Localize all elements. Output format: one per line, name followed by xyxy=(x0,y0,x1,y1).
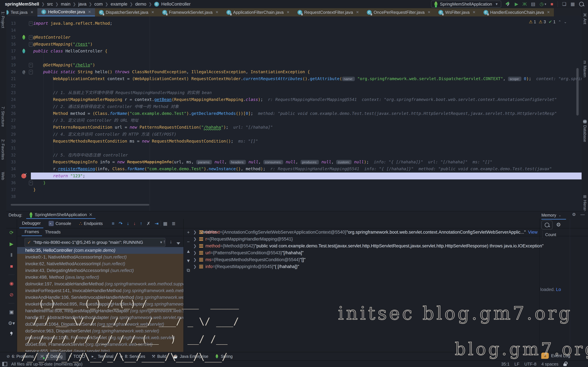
line-number[interactable]: 15 xyxy=(6,34,16,41)
gutter-icon-slot[interactable] xyxy=(20,48,27,55)
editor-tab[interactable]: CFrameworkServlet.java✕ xyxy=(158,8,223,17)
variable-row[interactable]: ❯method = {Method@5542} "public void com… xyxy=(193,242,545,249)
frame-row[interactable]: hello:35, HelloController (com.example.d… xyxy=(17,247,183,254)
line-number[interactable]: 16 xyxy=(6,41,16,48)
line-number[interactable]: 19 xyxy=(6,62,16,68)
line-number[interactable]: 34 xyxy=(6,166,16,172)
frame-row[interactable]: doInvoke:197, InvocableHandlerMethod (or… xyxy=(17,281,183,287)
view-link[interactable]: View xyxy=(528,230,537,235)
breadcrumb-class[interactable]: HelloController xyxy=(161,2,191,7)
vertical-scrollbar[interactable] xyxy=(576,68,579,116)
line-number[interactable]: 28 xyxy=(6,124,16,131)
line-number[interactable]: 33 xyxy=(6,158,16,166)
line-number[interactable]: 13 xyxy=(6,20,16,27)
close-icon[interactable]: ✕ xyxy=(151,10,154,14)
line-number[interactable]: 38 xyxy=(6,193,16,200)
tab-endpoints[interactable]: ∴Endpoints xyxy=(77,219,105,228)
panel-divider[interactable] xyxy=(539,219,540,352)
close-icon[interactable]: ✕ xyxy=(473,10,476,14)
frame-row[interactable]: invokeHandlerMethod:895, RequestMappingH… xyxy=(17,301,183,308)
frame-row[interactable]: invoke:498, Method (java.lang.reflect) xyxy=(17,274,183,281)
expand-chevron-icon[interactable]: ❯ xyxy=(193,257,199,262)
stripe-button-favorites[interactable]: 2: Favorites xyxy=(1,139,5,160)
settings-gear-icon[interactable]: ⚙ xyxy=(572,212,576,217)
code-editor[interactable]: 13−import java.lang.reflect.Method;1415−… xyxy=(6,17,582,211)
editor-tab[interactable]: CHelloController.java✕ xyxy=(37,8,95,17)
breadcrumb-item[interactable]: example xyxy=(111,2,127,7)
stripe-button-ant[interactable]: ЖAnt xyxy=(583,13,587,24)
fold-marker[interactable]: − xyxy=(29,35,33,40)
tool-window-button-javaenterprise[interactable]: ☕Java Enterprise xyxy=(170,352,212,360)
memory-settings-icon[interactable]: ⚙ xyxy=(556,222,561,228)
tool-window-button-problems[interactable]: ⊘6: Problems xyxy=(3,352,37,360)
stop-icon[interactable]: ■ xyxy=(551,2,553,6)
line-number[interactable]: 37 xyxy=(6,186,16,193)
tool-window-button-todo[interactable]: ≡TODO xyxy=(66,352,88,360)
fold-marker[interactable]: − xyxy=(29,21,33,26)
layout-settings-icon[interactable]: ≣ xyxy=(172,221,175,226)
frame-row[interactable]: handle:87, AbstractHandlerMethodAdapter … xyxy=(17,314,183,321)
status-item[interactable]: 35:1 xyxy=(501,362,510,367)
tool-window-switcher-icon[interactable] xyxy=(2,362,7,366)
rerun-icon[interactable]: ⟳ xyxy=(9,230,13,235)
run-icon[interactable]: ▶ xyxy=(515,2,518,6)
stripe-button-web[interactable]: Web xyxy=(1,172,5,180)
frame-row[interactable]: service:655, HttpServlet (javax.servlet.… xyxy=(17,348,183,352)
line-number[interactable]: 32 xyxy=(6,152,16,158)
tool-window-button-services[interactable]: ◈8: Services xyxy=(117,352,148,360)
run-to-cursor-icon[interactable]: ⇥ xyxy=(155,221,158,226)
line-number[interactable]: 25 xyxy=(6,103,16,110)
run-with-coverage-icon[interactable]: ▤ xyxy=(531,2,535,6)
breadcrumb-item[interactable]: main xyxy=(61,2,70,7)
fold-marker[interactable]: − xyxy=(29,70,33,74)
breadcrumb-item[interactable]: java xyxy=(78,2,86,7)
thread-dump-icon[interactable]: ▣ xyxy=(9,309,14,315)
expand-chevron-icon[interactable]: ❯ xyxy=(193,230,199,234)
close-icon[interactable]: ✕ xyxy=(31,10,34,14)
line-number[interactable]: 35 xyxy=(6,173,16,179)
breadcrumb-item[interactable]: com xyxy=(94,2,103,7)
add-watch-icon[interactable]: + xyxy=(187,230,190,235)
move-up-icon[interactable]: ▲ xyxy=(186,249,191,254)
editor-tab[interactable]: CDispatcherServlet.java✕ xyxy=(95,8,158,17)
line-number[interactable]: 29 xyxy=(6,131,16,138)
status-item[interactable]: UTF-8 xyxy=(524,362,536,367)
view-breakpoints-icon[interactable]: ◉ xyxy=(9,281,14,286)
close-icon[interactable]: ✕ xyxy=(216,10,218,14)
line-number[interactable]: 23 xyxy=(6,89,16,96)
variable-row[interactable]: ❯info = {RequestMappingInfo@5545} "{ [/h… xyxy=(193,263,545,270)
close-icon[interactable]: ✕ xyxy=(428,10,431,14)
tool-window-button-debug[interactable]: Ж5: Debug xyxy=(37,352,66,360)
pause-icon[interactable]: ‖ xyxy=(10,252,12,258)
thread-selector[interactable]: ✓ "http-nio-8080-exec-1"@5,245 in group … xyxy=(25,238,165,247)
close-icon[interactable]: ✕ xyxy=(356,10,359,14)
line-number[interactable]: 20 xyxy=(6,68,16,75)
stripe-button-structure[interactable]: 7: Structure xyxy=(1,107,5,127)
next-issue-icon[interactable]: ⌄ xyxy=(564,20,567,24)
memory-search-button[interactable] xyxy=(541,221,553,229)
force-step-into-icon[interactable]: ↓ xyxy=(133,221,136,226)
tab-debugger[interactable]: Debugger xyxy=(19,219,43,228)
line-number[interactable]: 24 xyxy=(6,96,16,103)
breadcrumb-item[interactable]: demo xyxy=(135,2,146,7)
move-down-icon[interactable]: ▼ xyxy=(186,258,191,263)
line-number[interactable]: 18 xyxy=(6,55,16,61)
line-number[interactable]: 30 xyxy=(6,138,16,145)
editor-tab[interactable]: CWsFilter.java✕ xyxy=(434,8,479,17)
frame-row[interactable]: invoke:62, NativeMethodAccessorImpl (sun… xyxy=(17,260,183,267)
line-number[interactable]: 22 xyxy=(6,83,16,89)
pin-icon[interactable] xyxy=(9,332,13,335)
breakpoint-icon[interactable] xyxy=(21,174,26,178)
stripe-button-database[interactable]: Database xyxy=(583,120,587,142)
step-into-icon[interactable]: ↓ xyxy=(127,221,129,226)
drop-frame-icon[interactable]: ✗ xyxy=(147,221,150,226)
close-icon[interactable]: ✕ xyxy=(88,10,91,14)
close-icon[interactable]: ✕ xyxy=(287,10,290,14)
frame-row[interactable]: handleInternal:808, RequestMappingHandle… xyxy=(17,308,183,314)
duplicate-icon[interactable]: ⧉ xyxy=(187,268,190,273)
build-icon[interactable] xyxy=(505,2,510,7)
line-number[interactable]: 31 xyxy=(6,145,16,151)
tab-memory[interactable]: Memory ⌄ xyxy=(541,211,566,220)
tool-window-button-terminal[interactable]: ▸_Terminal xyxy=(88,352,117,360)
line-number[interactable]: 26 xyxy=(6,110,16,117)
